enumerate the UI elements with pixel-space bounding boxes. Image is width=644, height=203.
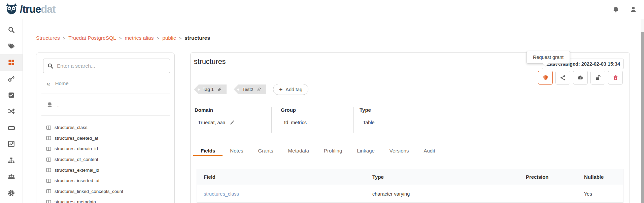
column-header-field: Field <box>197 174 366 180</box>
detail-tabs: Fields Notes Grants Metadata Profiling L… <box>193 145 623 156</box>
explorer-parent-item[interactable]: .. <box>36 94 174 115</box>
link-icon[interactable] <box>257 87 262 92</box>
trash-icon <box>613 75 618 81</box>
breadcrumb-link-schema[interactable]: public <box>162 35 176 41</box>
table-icon <box>46 125 51 130</box>
group-value: td_metrics <box>284 120 307 125</box>
sidebar-item-search[interactable] <box>0 22 23 38</box>
tab-versions[interactable]: Versions <box>382 145 416 156</box>
sidebar-item-structures[interactable] <box>0 54 23 71</box>
tab-audit[interactable]: Audit <box>416 145 442 156</box>
tab-profiling[interactable]: Profiling <box>316 145 349 156</box>
share-button[interactable] <box>555 71 570 84</box>
column-header-nullable: Nullable <box>577 174 623 180</box>
tree-item[interactable]: structures_external_id <box>36 165 174 175</box>
tree-item[interactable]: structures_df_content <box>36 154 174 165</box>
delete-button[interactable] <box>608 71 623 84</box>
field-name-link[interactable]: structures_class <box>197 191 366 197</box>
explorer-search-box[interactable] <box>43 59 170 73</box>
tab-fields[interactable]: Fields <box>193 145 223 156</box>
sidebar-item-settings[interactable] <box>0 185 23 201</box>
sidebar-item-permissions[interactable] <box>0 71 23 87</box>
truedat-logo[interactable]: /truedat <box>5 3 56 16</box>
search-icon <box>47 63 53 69</box>
tab-linkage[interactable]: Linkage <box>349 145 382 156</box>
edit-domain-pencil-icon[interactable] <box>230 120 235 125</box>
tree-item[interactable]: structures_deleted_at <box>36 133 174 144</box>
link-icon[interactable] <box>217 87 222 92</box>
fields-table-header: Field Type Precision Nullable <box>197 169 623 185</box>
user-avatar-icon[interactable] <box>630 6 637 13</box>
key-icon <box>8 75 15 82</box>
breadcrumb-link-system[interactable]: Truedat PostgreSQL <box>68 35 116 41</box>
structure-tree: structures_class structures_deleted_at s… <box>36 116 174 203</box>
tab-metadata[interactable]: Metadata <box>281 145 317 156</box>
parent-item-label: .. <box>57 102 60 107</box>
shuffle-icon <box>8 108 15 115</box>
tree-item[interactable]: structures_domain_id <box>36 143 174 154</box>
tags-icon <box>8 42 15 49</box>
scrollbar-track[interactable] <box>641 0 644 203</box>
domain-label: Domain <box>195 107 271 113</box>
tree-item[interactable]: structures_class <box>36 122 174 133</box>
page-title: structures <box>194 58 226 66</box>
gauge-icon <box>577 75 583 81</box>
tag-label: Test2 <box>242 87 253 92</box>
unlock-icon <box>595 75 601 81</box>
tree-item[interactable]: structures_inserted_at <box>36 175 174 186</box>
tree-item[interactable]: structures_linked_concepts_count <box>36 186 174 197</box>
explorer-home-button[interactable]: « Home <box>36 73 174 94</box>
search-input[interactable] <box>57 63 166 69</box>
sidebar-item-users[interactable] <box>0 169 23 185</box>
tag-chip[interactable]: Test2 <box>234 84 266 94</box>
sidebar-item-tags[interactable] <box>0 38 23 55</box>
add-tag-button[interactable]: + Add tag <box>273 84 308 95</box>
scrollbar-thumb[interactable] <box>641 32 644 203</box>
breadcrumb-link-database[interactable]: metrics alias <box>125 35 154 41</box>
side-navigation <box>0 19 23 203</box>
fields-table: Field Type Precision Nullable structures… <box>197 169 623 203</box>
tree-item[interactable]: structures_metadata <box>36 197 174 203</box>
tag-label: Tag 1 <box>203 87 214 92</box>
unlock-button[interactable] <box>590 71 605 84</box>
table-icon <box>46 200 51 203</box>
add-tag-label: Add tag <box>285 87 302 92</box>
sidebar-item-quality[interactable] <box>0 87 23 103</box>
profile-gauge-button[interactable] <box>573 71 588 84</box>
type-column: Type Table <box>353 107 421 133</box>
column-header-precision: Precision <box>519 174 577 180</box>
table-icon <box>46 178 51 183</box>
table-icon <box>46 157 51 162</box>
sidebar-item-domains[interactable] <box>0 152 23 169</box>
sitemap-icon <box>8 157 15 164</box>
breadcrumb-separator: > <box>179 36 182 41</box>
domain-column: Domain Truedat, aaa <box>195 107 271 133</box>
table-row: structures_class character varying Yes <box>197 185 623 203</box>
table-icon <box>46 189 51 194</box>
field-nullable-value: Yes <box>577 191 623 197</box>
structure-explorer-panel: « Home .. structures_class structures_de… <box>36 53 175 203</box>
breadcrumb: Structures > Truedat PostgreSQL > metric… <box>36 35 210 41</box>
breadcrumb-separator: > <box>157 36 160 41</box>
sidebar-item-lineage[interactable] <box>0 103 23 120</box>
breadcrumb-link-structures[interactable]: Structures <box>36 35 60 41</box>
sidebar-item-dashboards[interactable] <box>0 136 23 153</box>
tab-grants[interactable]: Grants <box>251 145 281 156</box>
share-icon <box>560 75 566 81</box>
table-icon <box>46 146 51 151</box>
tag-chip[interactable]: Tag 1 <box>194 84 227 94</box>
structure-detail-card: structures Last changed: 2022-02-03 15:3… <box>190 52 630 203</box>
breadcrumb-current: structures <box>184 35 210 41</box>
request-grant-tooltip: Request grant <box>527 51 570 64</box>
breadcrumb-separator: > <box>119 36 122 41</box>
tags-row: Tag 1 Test2 + Add tag <box>194 84 308 95</box>
request-grant-button[interactable] <box>538 71 553 84</box>
search-icon <box>8 26 15 33</box>
notifications-bell-icon[interactable] <box>613 6 619 13</box>
plus-icon: + <box>279 87 282 92</box>
shield-icon <box>543 74 548 81</box>
action-buttons <box>538 71 623 84</box>
sidebar-item-sources[interactable] <box>0 120 23 136</box>
top-bar: /truedat <box>0 0 644 19</box>
tab-notes[interactable]: Notes <box>223 145 250 156</box>
